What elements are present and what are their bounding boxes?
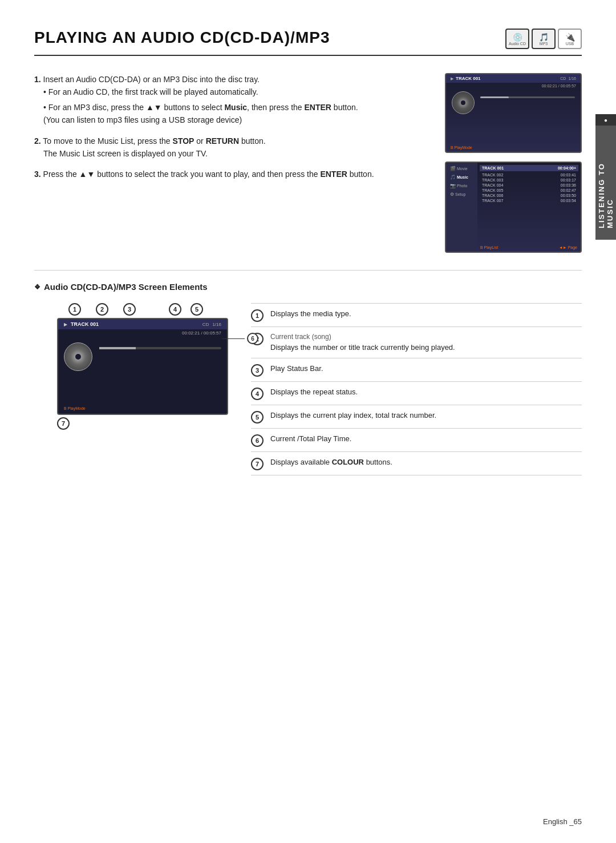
ann-num-7-container: 7: [57, 417, 228, 430]
elem-num-3: 3: [251, 364, 264, 377]
atv-track: TRACK 001: [71, 321, 99, 327]
elem-text-2: Current track (song) Displays the number…: [270, 332, 582, 353]
elements-descriptions: 1 Displays the media type. 2 Current tra…: [251, 303, 582, 475]
tv2-track-007: TRACK 00700:03:54: [480, 198, 578, 203]
atv-left: ▶ TRACK 001: [64, 321, 99, 327]
tv1-play-icon: ▶: [451, 76, 453, 81]
step-2-text: To move to the Music List, press the STO…: [43, 136, 265, 146]
annotated-screen-container: 1 2 3 4 5 ▶ TRACK 00: [34, 303, 228, 430]
step-2: 2. To move to the Music List, press the …: [34, 135, 428, 160]
screen-elements-section: Audio CD(CD-DA)/MP3 Screen Elements 1 2 …: [34, 282, 582, 475]
tv2-layout: 🎬Movie 🎵Music 📷Photo ⚙Setup: [446, 163, 581, 252]
tv1-cd-visual: [452, 91, 475, 114]
annotated-tv: ▶ TRACK 001 CD 1/16 00:02:21 / 00:05:57: [57, 318, 228, 415]
elem-num-1: 1: [251, 309, 264, 322]
elem-text-7: Displays available COLOUR buttons.: [270, 457, 582, 468]
elem-row-5: 5 Displays the current play index, total…: [251, 405, 582, 428]
elem-row-7: 7 Displays available COLOUR buttons.: [251, 451, 582, 475]
elem-text-6: Current /Total Play Time.: [270, 433, 582, 445]
atv-footer: B PlayMode: [64, 406, 86, 410]
tv2-setup-item: ⚙Setup: [448, 191, 475, 198]
screen-elements-title: Audio CD(CD-DA)/MP3 Screen Elements: [34, 282, 582, 292]
tv1-time: 00:02:21 / 00:05:57: [446, 83, 581, 89]
tv2-music-item: 🎵Music: [448, 174, 475, 181]
tv1-footer: B PlayMode: [451, 146, 472, 150]
atv-track-index: 1/16: [212, 322, 221, 327]
mp3-label: MP3: [540, 42, 548, 46]
tv-screen-1: ▶ TRACK 001 CD 1/16 00:02:21 / 00:05:57: [445, 73, 582, 153]
ann-top-row: 1 2 3 4 5: [34, 303, 228, 316]
audio-cd-icon-box: 💿 Audio CD: [505, 29, 529, 49]
step-1-bullet-2: For an MP3 disc, press the ▲▼ buttons to…: [43, 101, 428, 127]
tv1-track-label: TRACK 001: [456, 76, 481, 81]
ann-num-3: 3: [123, 303, 136, 316]
tv2-photo-item: 📷Photo: [448, 182, 475, 189]
tv2-footer: B PlayList ◄► Page: [480, 245, 577, 249]
atv-progress-section: [99, 347, 221, 366]
step-3-text: Press the ▲▼ buttons to select the track…: [43, 170, 374, 179]
tv2-movie-item: 🎬Movie: [448, 165, 475, 172]
page-footer: English _65: [543, 817, 582, 826]
header-icons: 💿 Audio CD 🎵 MP3 🔌 USB: [505, 29, 582, 49]
elem-text-1: Displays the media type.: [270, 308, 582, 320]
ann-num-7: 7: [57, 417, 70, 430]
step-3-num: 3.: [34, 170, 41, 179]
tv1-topbar: ▶ TRACK 001 CD 1/16: [446, 74, 581, 83]
tv1-progress-area: [480, 96, 575, 110]
page-header: PLAYING AN AUDIO CD(CD-DA)/MP3 💿 Audio C…: [34, 29, 582, 56]
atv-time: 00:02:21 / 00:05:57: [58, 329, 227, 338]
elem-row-6: 6 Current /Total Play Time.: [251, 428, 582, 451]
atv-progress-bar: [99, 347, 221, 349]
annotated-tv-wrapper: ▶ TRACK 001 CD 1/16 00:02:21 / 00:05:57: [46, 318, 228, 430]
tv1-cd-area: [446, 89, 581, 116]
elem-text-5: Displays the current play index, total t…: [270, 410, 582, 421]
page-title: PLAYING AN AUDIO CD(CD-DA)/MP3: [34, 29, 330, 47]
tv1-cd-icon: CD: [560, 76, 566, 80]
tv1-progress-bar: [480, 96, 575, 98]
atv-cd-indicator: CD: [202, 322, 209, 327]
atv-topbar: ▶ TRACK 001 CD 1/16: [58, 319, 227, 329]
elements-layout: 1 2 3 4 5 ▶ TRACK 00: [34, 303, 582, 475]
tv2-track-004: TRACK 00400:03:36: [480, 183, 578, 188]
atv-body: [58, 338, 227, 376]
ann-num-6: 6: [247, 333, 258, 344]
ann-num-4: 4: [169, 303, 181, 316]
colour-bold: COLOUR: [332, 458, 364, 466]
step-1-text: Insert an Audio CD(CD-DA) or an MP3 Disc…: [43, 75, 260, 84]
section-divider: [34, 270, 582, 271]
atv-right: CD 1/16: [202, 322, 221, 327]
elem-num-6-desc: 6: [251, 434, 264, 447]
audio-cd-icon: 💿: [513, 33, 522, 42]
ann-num-2: 2: [96, 303, 108, 316]
ann-nums-123: 1 2 3: [68, 303, 140, 316]
step-2-num: 2.: [34, 136, 41, 146]
ann-num-5: 5: [191, 303, 203, 316]
atv-progress-fill: [99, 347, 136, 349]
tv-screen-2: 🎬Movie 🎵Music 📷Photo ⚙Setup: [445, 162, 582, 253]
main-content: 1. Insert an Audio CD(CD-DA) or an MP3 D…: [34, 73, 582, 253]
elem-text-4: Displays the repeat status.: [270, 386, 582, 398]
atv-cd-visual: [64, 342, 92, 371]
screenshots-right: ▶ TRACK 001 CD 1/16 00:02:21 / 00:05:57: [445, 73, 582, 253]
step-1-bullets: For an Audio CD, the first track will be…: [43, 86, 428, 126]
tv2-track-006: TRACK 00600:03:50: [480, 193, 578, 198]
elem-row-2: 2 Current track (song) Displays the numb…: [251, 326, 582, 358]
tv1-status-icons: CD 1/16: [560, 76, 576, 80]
tv2-sidebar: 🎬Movie 🎵Music 📷Photo ⚙Setup: [446, 163, 477, 252]
mp3-icon-box: 🎵 MP3: [532, 29, 556, 49]
step-1-num: 1.: [34, 75, 41, 84]
usb-icon: 🔌: [565, 33, 575, 42]
elem-num-4: 4: [251, 388, 264, 400]
elem-num-5: 5: [251, 411, 264, 423]
mp3-icon: 🎵: [539, 33, 549, 42]
elem-subtext-2: Current track (song): [270, 332, 582, 342]
instructions: 1. Insert an Audio CD(CD-DA) or an MP3 D…: [34, 73, 428, 253]
tv2-track-003: TRACK 00300:03:17: [480, 178, 578, 183]
ann-nums-45: 4 5: [169, 303, 208, 316]
sidebar-tab: LISTENING TO MUSIC: [595, 126, 616, 240]
elem-text-3: Play Status Bar.: [270, 363, 582, 374]
step-3: 3. Press the ▲▼ buttons to select the tr…: [34, 168, 428, 180]
step-2-sub: The Music List screen is displayed on yo…: [43, 147, 428, 160]
elem-row-1: 1 Displays the media type.: [251, 303, 582, 326]
sidebar-dot: [595, 114, 616, 126]
